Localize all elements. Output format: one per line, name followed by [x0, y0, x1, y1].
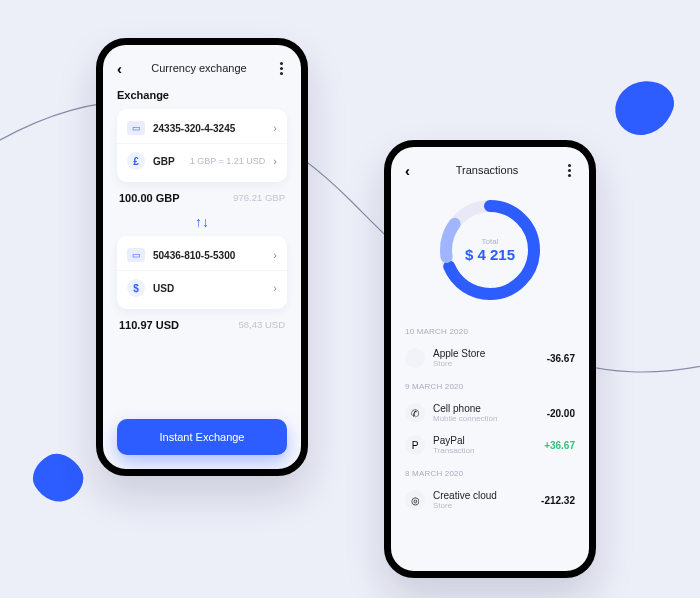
- transaction-icon: [405, 348, 425, 368]
- to-account-number: 50436-810-5-5300: [153, 250, 265, 261]
- menu-button[interactable]: [276, 58, 287, 79]
- transaction-row[interactable]: ✆Cell phoneMobile connection-20.00: [405, 397, 575, 429]
- transaction-icon: ✆: [405, 403, 425, 423]
- transaction-name: PayPal: [433, 435, 536, 446]
- phone-exchange: ‹ Currency exchange Exchange ▭ 24335-320…: [96, 38, 308, 476]
- decor-blob-right: [609, 73, 680, 144]
- transaction-row[interactable]: PPayPalTransaction+36.67: [405, 429, 575, 461]
- transaction-icon: ◎: [405, 490, 425, 510]
- from-account-card: ▭ 24335-320-4-3245 › £ GBP 1 GBP = 1.21 …: [117, 109, 287, 182]
- chevron-right-icon: ›: [273, 249, 277, 261]
- back-button[interactable]: ‹: [117, 60, 122, 77]
- to-balance: 58,43 USD: [239, 319, 285, 331]
- transaction-date-label: 8 MARCH 2020: [405, 469, 575, 478]
- transaction-value: -20.00: [547, 408, 575, 419]
- transaction-name: Apple Store: [433, 348, 539, 359]
- transaction-date-label: 9 MARCH 2020: [405, 382, 575, 391]
- transaction-name: Cell phone: [433, 403, 539, 414]
- transaction-value: -212.32: [541, 495, 575, 506]
- donut-total-value: $ 4 215: [465, 246, 515, 263]
- from-amount-row: 100.00 GBP 976.21 GBP: [117, 182, 287, 208]
- phone-transactions: ‹ Transactions Total $ 4 215 10 MARCH 20…: [384, 140, 596, 578]
- back-button[interactable]: ‹: [405, 162, 410, 179]
- menu-button[interactable]: [564, 160, 575, 181]
- transaction-icon: P: [405, 435, 425, 455]
- from-account-number: 24335-320-4-3245: [153, 123, 265, 134]
- chevron-right-icon: ›: [273, 122, 277, 134]
- donut-total-label: Total: [482, 237, 499, 246]
- transaction-sub: Transaction: [433, 446, 536, 455]
- from-currency-row[interactable]: £ GBP 1 GBP = 1.21 USD ›: [117, 143, 287, 178]
- exchange-rate-text: 1 GBP = 1.21 USD: [190, 156, 266, 166]
- transaction-row[interactable]: ◎Creative cloudStore-212.32: [405, 484, 575, 516]
- transaction-name: Creative cloud: [433, 490, 533, 501]
- transaction-sub: Store: [433, 501, 533, 510]
- from-account-row[interactable]: ▭ 24335-320-4-3245 ›: [117, 113, 287, 143]
- to-amount: 110.97 USD: [119, 319, 179, 331]
- page-title: Currency exchange: [151, 62, 246, 74]
- transaction-sub: Store: [433, 359, 539, 368]
- card-icon: ▭: [127, 121, 145, 135]
- spending-donut-chart: Total $ 4 215: [435, 195, 545, 305]
- chevron-right-icon: ›: [273, 282, 277, 294]
- instant-exchange-button[interactable]: Instant Exchange: [117, 419, 287, 455]
- to-account-card: ▭ 50436-810-5-5300 › $ USD ›: [117, 236, 287, 309]
- card-icon: ▭: [127, 248, 145, 262]
- chevron-right-icon: ›: [273, 155, 277, 167]
- transaction-row[interactable]: Apple StoreStore-36.67: [405, 342, 575, 374]
- transaction-date-label: 10 MARCH 2020: [405, 327, 575, 336]
- decor-blob-left: [25, 445, 91, 511]
- transaction-sub: Mobile connection: [433, 414, 539, 423]
- transaction-value: +36.67: [544, 440, 575, 451]
- page-title: Transactions: [456, 164, 519, 176]
- from-amount: 100.00 GBP: [119, 192, 180, 204]
- currency-icon-usd: $: [127, 279, 145, 297]
- swap-currencies-button[interactable]: ↑↓: [195, 214, 209, 230]
- transactions-list: 10 MARCH 2020Apple StoreStore-36.679 MAR…: [405, 319, 575, 516]
- from-currency-code: GBP: [153, 156, 182, 167]
- section-label-exchange: Exchange: [117, 89, 287, 101]
- currency-icon-gbp: £: [127, 152, 145, 170]
- transaction-value: -36.67: [547, 353, 575, 364]
- to-amount-row: 110.97 USD 58,43 USD: [117, 309, 287, 335]
- to-currency-row[interactable]: $ USD ›: [117, 270, 287, 305]
- to-currency-code: USD: [153, 283, 265, 294]
- from-balance: 976.21 GBP: [233, 192, 285, 204]
- to-account-row[interactable]: ▭ 50436-810-5-5300 ›: [117, 240, 287, 270]
